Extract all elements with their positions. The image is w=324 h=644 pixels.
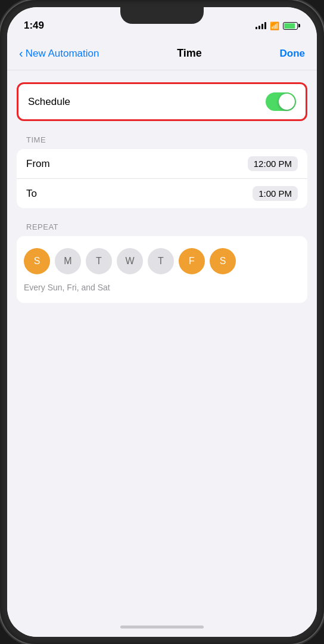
status-icons: 📶 — [256, 21, 300, 30]
from-value[interactable]: 12:00 PM — [248, 156, 298, 171]
back-label: New Automation — [26, 48, 99, 60]
wifi-icon: 📶 — [270, 21, 279, 30]
day-6[interactable]: S — [210, 248, 236, 274]
home-bar — [120, 626, 204, 628]
to-row[interactable]: To 1:00 PM — [17, 178, 307, 208]
to-value[interactable]: 1:00 PM — [253, 186, 298, 201]
home-indicator — [7, 617, 317, 637]
repeat-card: SMTWTFS Every Sun, Fri, and Sat — [17, 236, 307, 303]
status-time: 1:49 — [24, 20, 44, 32]
repeat-section-label: REPEAT — [17, 222, 307, 231]
notch — [120, 7, 204, 24]
from-label: From — [26, 158, 50, 170]
repeat-description: Every Sun, Fri, and Sat — [24, 280, 300, 297]
toggle-thumb — [279, 94, 295, 110]
from-row[interactable]: From 12:00 PM — [17, 149, 307, 178]
time-card: From 12:00 PM To 1:00 PM — [17, 149, 307, 208]
day-1[interactable]: M — [55, 248, 81, 274]
day-4[interactable]: T — [148, 248, 174, 274]
back-arrow-icon: ‹ — [19, 47, 23, 59]
nav-bar: ‹ New Automation Time Done — [7, 37, 317, 70]
day-3[interactable]: W — [117, 248, 143, 274]
battery-icon — [283, 22, 300, 30]
time-section-label: TIME — [17, 135, 307, 144]
days-row: SMTWTFS — [24, 242, 300, 280]
phone-frame: 1:49 📶 ‹ New Automation Time — [0, 0, 324, 644]
signal-icon — [256, 22, 266, 29]
page-title: Time — [177, 47, 202, 60]
day-5[interactable]: F — [179, 248, 205, 274]
schedule-card: Schedule — [17, 82, 307, 121]
phone-screen: 1:49 📶 ‹ New Automation Time — [7, 7, 317, 637]
done-button[interactable]: Done — [280, 48, 306, 60]
schedule-label: Schedule — [28, 96, 70, 108]
day-2[interactable]: T — [86, 248, 112, 274]
day-0[interactable]: S — [24, 248, 50, 274]
main-content: Schedule TIME From 12:00 PM To 1:00 PM R… — [7, 70, 317, 617]
to-label: To — [26, 188, 37, 200]
back-button[interactable]: ‹ New Automation — [19, 48, 99, 60]
schedule-toggle[interactable] — [266, 92, 296, 111]
